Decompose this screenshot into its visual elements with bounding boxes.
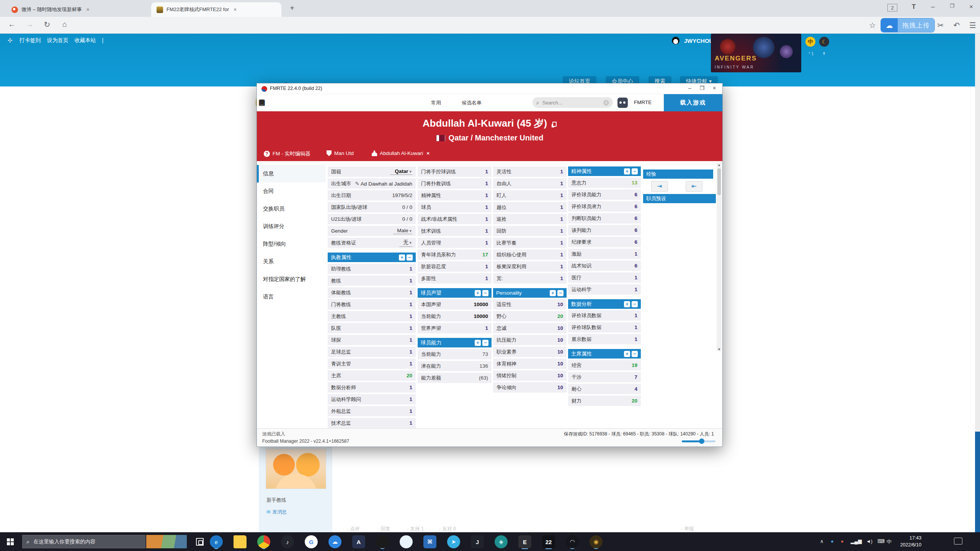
attribute-row[interactable]: 当前能力10000 [418, 311, 492, 321]
import-preset-button[interactable]: ⇥ [651, 181, 668, 192]
attribute-row[interactable]: 组织核心使用1 [493, 249, 567, 260]
attribute-row[interactable]: 球员1 [418, 202, 492, 212]
attribute-row[interactable]: 纪律要求6 [568, 237, 641, 247]
post-footer-action[interactable]: 点评 [346, 526, 360, 532]
tray-blue-icon[interactable]: ● [831, 538, 834, 544]
attribute-row[interactable]: 财力20 [568, 396, 641, 406]
sidebar-item[interactable]: 交换职员 [257, 200, 326, 218]
sidebar-item[interactable]: 语言 [257, 288, 326, 306]
attribute-row[interactable]: 体能教练1 [328, 287, 416, 298]
minus-icon[interactable]: − [482, 290, 488, 296]
attribute-row[interactable]: 争论倾向10 [493, 382, 567, 393]
tab-fm-editor[interactable]: ? FM - 实时编辑器 [264, 150, 310, 157]
telegram-icon[interactable]: ➤ [447, 535, 460, 548]
section-experience[interactable]: 经验 [643, 170, 713, 179]
attribute-row[interactable]: 能力差额(63) [418, 373, 492, 383]
dev-app-icon[interactable]: ⌘ [423, 535, 436, 548]
export-preset-button[interactable]: ⇤ [686, 181, 702, 192]
clear-search-icon[interactable]: × [603, 100, 609, 106]
plus-icon[interactable]: + [475, 290, 481, 296]
attribute-row[interactable]: 干涉7 [568, 372, 641, 382]
attribute-row[interactable]: 青年球员亲和力17 [418, 249, 492, 260]
sidebar-item[interactable]: 合同 [257, 183, 326, 200]
scroll-up-icon[interactable]: ▲ [717, 163, 722, 167]
baidu-upload-button[interactable]: ☁ 拖拽上传 [880, 18, 935, 33]
tab-man-utd[interactable]: Man Utd [327, 150, 354, 156]
attribute-row[interactable]: 抗压能力10 [493, 335, 567, 345]
plus-icon[interactable]: + [550, 290, 556, 296]
browser-tab-fmrte-forum[interactable]: FM22老牌核武FMRTE22 for × [151, 2, 281, 17]
field-row[interactable]: U21出场/进球0 / 0 [328, 214, 416, 224]
ime-indicator[interactable]: 中 [887, 538, 892, 545]
post-footer-action[interactable]: 支持 1 [407, 526, 424, 532]
fmrte-close-button[interactable]: × [709, 85, 720, 91]
avengers-banner[interactable]: AVENGERS INFINITY WAR [711, 34, 801, 72]
field-row[interactable]: GenderMale [328, 226, 416, 236]
attribute-row[interactable]: 展示数据1 [568, 334, 641, 344]
sidebar-item[interactable]: 对指定国家的了解 [257, 271, 326, 288]
attribute-row[interactable]: 评价球员潜力6 [568, 201, 641, 212]
cloud-drive-icon[interactable]: ☁ [328, 535, 341, 548]
attribute-row[interactable]: 足球总监1 [328, 347, 416, 357]
attribute-row[interactable]: 谈判能力6 [568, 225, 641, 235]
fmrte-brand-label[interactable]: FMRTE [634, 99, 652, 105]
google-icon[interactable]: G [305, 535, 318, 548]
float-mini-arrow[interactable]: ↟ [822, 51, 826, 56]
fm22-tile-icon[interactable]: 22 [542, 535, 555, 548]
post-footer-action[interactable]: 反对 0 [439, 526, 456, 532]
forward-icon[interactable]: → [23, 20, 36, 29]
attribute-row[interactable]: 回防1 [493, 226, 567, 236]
attribute-row[interactable]: 技术总监1 [328, 418, 416, 428]
minus-icon[interactable]: − [482, 340, 488, 346]
minus-icon[interactable]: − [407, 254, 413, 261]
attribute-row[interactable]: 运动科学顾问1 [328, 394, 416, 404]
plus-icon[interactable]: + [624, 351, 630, 357]
section-coaching-attributes[interactable]: 执教属性+− [328, 253, 416, 262]
scroll-down-icon[interactable]: ▼ [717, 347, 722, 351]
discord-icon[interactable] [617, 98, 628, 108]
window-minimize-button[interactable]: – [927, 3, 939, 11]
field-row[interactable]: 国家队出场/进球0 / 0 [328, 202, 416, 212]
float-mini-icons[interactable]: ° 1 [808, 51, 814, 56]
football-manager-icon[interactable]: ◠ [566, 535, 579, 548]
section-staff-presets[interactable]: 职员预设 [643, 194, 716, 203]
attribute-row[interactable]: 盯人1 [493, 190, 567, 201]
top-link[interactable]: 打卡签到 [20, 37, 41, 43]
minus-icon[interactable]: − [557, 290, 564, 296]
side-float-bar[interactable] [975, 432, 980, 532]
section-chairman-attributes[interactable]: 主席属性+− [568, 349, 641, 359]
file-explorer-icon[interactable] [234, 535, 247, 548]
menu-shortlist[interactable]: 候选名单 [462, 99, 482, 106]
attribute-row[interactable]: 适应性10 [493, 299, 567, 310]
menu-icon[interactable]: ☰ [966, 21, 979, 30]
attribute-row[interactable]: 人员管理1 [418, 238, 492, 248]
attribute-row[interactable]: 经营19 [568, 360, 641, 370]
top-link[interactable]: 设为首页 [47, 37, 69, 43]
username[interactable]: JWYCHOU [684, 37, 714, 44]
browser-tab-weibo[interactable]: 微博 – 随时随地发现新鲜事 × [6, 2, 149, 17]
attribute-row[interactable]: 野心20 [493, 311, 567, 321]
fmrte-icon[interactable]: ◉ [590, 535, 603, 548]
attribute-row[interactable]: 耐心4 [568, 384, 641, 394]
attribute-row[interactable]: 门将手控球训练1 [418, 166, 492, 177]
bookmark-star-icon[interactable]: ☆ [866, 21, 879, 30]
browser-scrollbar[interactable] [975, 34, 980, 432]
attribute-row[interactable]: 门将扑救训练1 [418, 178, 492, 189]
attribute-row[interactable]: 判断职员能力6 [568, 213, 641, 223]
fmrte-search-input[interactable]: ⌕ Search... × [532, 97, 613, 108]
plus-icon[interactable]: + [475, 340, 481, 346]
attribute-row[interactable]: 激励1 [568, 249, 641, 259]
plus-icon[interactable]: + [624, 301, 630, 307]
tab-close-icon[interactable]: × [426, 150, 430, 156]
fmrte-title-bar[interactable]: FMRTE 22.4.0 (build 22) – ❐ × [257, 83, 722, 94]
task-view-icon[interactable] [196, 538, 204, 546]
attribute-row[interactable]: 当前能力73 [418, 349, 492, 359]
avatar-image[interactable] [266, 448, 326, 489]
attribute-row[interactable]: 世界声望1 [418, 323, 492, 333]
attribute-row[interactable]: 教练1 [328, 276, 416, 286]
attribute-row[interactable]: 逼抢1 [493, 214, 567, 224]
sidebar-item[interactable]: 关系 [257, 253, 326, 271]
slider-knob[interactable] [699, 439, 704, 444]
notification-icon[interactable] [954, 538, 962, 544]
tray-expand-icon[interactable]: ∧ [820, 538, 824, 544]
